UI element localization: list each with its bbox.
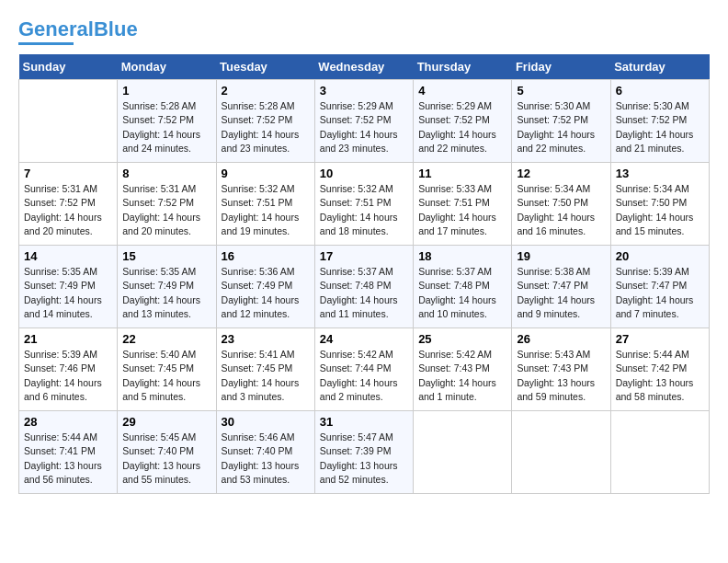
day-info: Sunrise: 5:28 AMSunset: 7:52 PMDaylight:… [222, 99, 310, 155]
calendar-cell [610, 411, 709, 494]
day-info: Sunrise: 5:30 AMSunset: 7:52 PMDaylight:… [616, 99, 704, 155]
day-number: 25 [418, 332, 506, 346]
day-number: 27 [616, 332, 704, 346]
day-info: Sunrise: 5:40 AMSunset: 7:45 PMDaylight:… [122, 348, 210, 404]
calendar-week-row: 28Sunrise: 5:44 AMSunset: 7:41 PMDayligh… [19, 411, 710, 494]
day-info: Sunrise: 5:29 AMSunset: 7:52 PMDaylight:… [320, 99, 408, 155]
calendar-cell [512, 411, 610, 494]
calendar-cell: 15Sunrise: 5:35 AMSunset: 7:49 PMDayligh… [118, 246, 216, 328]
day-info: Sunrise: 5:41 AMSunset: 7:45 PMDaylight:… [222, 348, 310, 404]
logo: GeneralBlue [18, 18, 138, 45]
day-number: 6 [616, 84, 704, 98]
day-info: Sunrise: 5:31 AMSunset: 7:52 PMDaylight:… [122, 182, 210, 238]
calendar-cell: 8Sunrise: 5:31 AMSunset: 7:52 PMDaylight… [118, 163, 216, 246]
calendar-cell: 1Sunrise: 5:28 AMSunset: 7:52 PMDaylight… [118, 80, 216, 163]
day-info: Sunrise: 5:43 AMSunset: 7:43 PMDaylight:… [517, 348, 605, 404]
calendar-cell [19, 80, 118, 163]
day-info: Sunrise: 5:35 AMSunset: 7:49 PMDaylight:… [24, 265, 112, 321]
day-info: Sunrise: 5:46 AMSunset: 7:40 PMDaylight:… [222, 431, 310, 487]
day-number: 16 [222, 249, 310, 263]
day-info: Sunrise: 5:37 AMSunset: 7:48 PMDaylight:… [418, 265, 506, 321]
day-info: Sunrise: 5:30 AMSunset: 7:52 PMDaylight:… [517, 99, 605, 155]
calendar-cell: 16Sunrise: 5:36 AMSunset: 7:49 PMDayligh… [216, 246, 314, 328]
day-number: 7 [24, 167, 112, 180]
day-number: 31 [320, 415, 408, 429]
calendar-cell: 26Sunrise: 5:43 AMSunset: 7:43 PMDayligh… [512, 328, 610, 411]
day-info: Sunrise: 5:36 AMSunset: 7:49 PMDaylight:… [222, 265, 310, 321]
day-info: Sunrise: 5:28 AMSunset: 7:52 PMDaylight:… [122, 99, 210, 155]
logo-general: General [18, 17, 94, 40]
day-info: Sunrise: 5:44 AMSunset: 7:41 PMDaylight:… [24, 431, 112, 487]
day-info: Sunrise: 5:34 AMSunset: 7:50 PMDaylight:… [517, 182, 605, 238]
day-number: 3 [320, 84, 408, 98]
calendar-cell: 11Sunrise: 5:33 AMSunset: 7:51 PMDayligh… [414, 163, 512, 246]
day-number: 29 [122, 415, 210, 429]
day-info: Sunrise: 5:44 AMSunset: 7:42 PMDaylight:… [616, 348, 704, 404]
day-number: 4 [418, 84, 506, 98]
day-info: Sunrise: 5:38 AMSunset: 7:47 PMDaylight:… [517, 265, 605, 321]
calendar-cell: 18Sunrise: 5:37 AMSunset: 7:48 PMDayligh… [414, 246, 512, 328]
day-info: Sunrise: 5:32 AMSunset: 7:51 PMDaylight:… [222, 182, 310, 238]
calendar-cell: 7Sunrise: 5:31 AMSunset: 7:52 PMDaylight… [19, 163, 118, 246]
calendar-cell: 21Sunrise: 5:39 AMSunset: 7:46 PMDayligh… [19, 328, 118, 411]
day-number: 12 [517, 167, 605, 180]
header: GeneralBlue [18, 18, 710, 45]
calendar-cell: 14Sunrise: 5:35 AMSunset: 7:49 PMDayligh… [19, 246, 118, 328]
calendar-week-row: 7Sunrise: 5:31 AMSunset: 7:52 PMDaylight… [19, 163, 710, 246]
calendar-cell: 27Sunrise: 5:44 AMSunset: 7:42 PMDayligh… [610, 328, 709, 411]
calendar-cell: 9Sunrise: 5:32 AMSunset: 7:51 PMDaylight… [216, 163, 314, 246]
calendar-week-row: 14Sunrise: 5:35 AMSunset: 7:49 PMDayligh… [19, 246, 710, 328]
day-number: 22 [122, 332, 210, 346]
calendar-cell: 25Sunrise: 5:42 AMSunset: 7:43 PMDayligh… [414, 328, 512, 411]
day-number: 13 [616, 167, 704, 180]
calendar-cell: 22Sunrise: 5:40 AMSunset: 7:45 PMDayligh… [118, 328, 216, 411]
calendar-cell: 23Sunrise: 5:41 AMSunset: 7:45 PMDayligh… [216, 328, 314, 411]
day-info: Sunrise: 5:33 AMSunset: 7:51 PMDaylight:… [418, 182, 506, 238]
col-header-sunday: Sunday [19, 54, 118, 80]
day-number: 15 [122, 249, 210, 263]
day-number: 30 [222, 415, 310, 429]
day-number: 23 [222, 332, 310, 346]
day-number: 8 [122, 167, 210, 180]
day-number: 24 [320, 332, 408, 346]
day-number: 14 [24, 249, 112, 263]
calendar-cell: 12Sunrise: 5:34 AMSunset: 7:50 PMDayligh… [512, 163, 610, 246]
calendar-table: SundayMondayTuesdayWednesdayThursdayFrid… [18, 54, 710, 494]
day-number: 2 [222, 84, 310, 98]
day-info: Sunrise: 5:42 AMSunset: 7:43 PMDaylight:… [418, 348, 506, 404]
day-info: Sunrise: 5:39 AMSunset: 7:47 PMDaylight:… [616, 265, 704, 321]
calendar-cell: 13Sunrise: 5:34 AMSunset: 7:50 PMDayligh… [610, 163, 709, 246]
calendar-week-row: 1Sunrise: 5:28 AMSunset: 7:52 PMDaylight… [19, 80, 710, 163]
day-number: 1 [122, 84, 210, 98]
calendar-header-row: SundayMondayTuesdayWednesdayThursdayFrid… [19, 54, 710, 80]
calendar-cell: 20Sunrise: 5:39 AMSunset: 7:47 PMDayligh… [610, 246, 709, 328]
day-number: 10 [320, 167, 408, 180]
logo-text: GeneralBlue [18, 18, 138, 40]
calendar-cell: 4Sunrise: 5:29 AMSunset: 7:52 PMDaylight… [414, 80, 512, 163]
calendar-cell: 6Sunrise: 5:30 AMSunset: 7:52 PMDaylight… [610, 80, 709, 163]
calendar-cell: 30Sunrise: 5:46 AMSunset: 7:40 PMDayligh… [216, 411, 314, 494]
day-number: 26 [517, 332, 605, 346]
day-number: 5 [517, 84, 605, 98]
day-info: Sunrise: 5:35 AMSunset: 7:49 PMDaylight:… [122, 265, 210, 321]
day-info: Sunrise: 5:39 AMSunset: 7:46 PMDaylight:… [24, 348, 112, 404]
day-info: Sunrise: 5:37 AMSunset: 7:48 PMDaylight:… [320, 265, 408, 321]
day-number: 19 [517, 249, 605, 263]
day-info: Sunrise: 5:45 AMSunset: 7:40 PMDaylight:… [122, 431, 210, 487]
day-number: 18 [418, 249, 506, 263]
day-number: 28 [24, 415, 112, 429]
day-info: Sunrise: 5:31 AMSunset: 7:52 PMDaylight:… [24, 182, 112, 238]
calendar-cell: 24Sunrise: 5:42 AMSunset: 7:44 PMDayligh… [314, 328, 413, 411]
calendar-cell: 29Sunrise: 5:45 AMSunset: 7:40 PMDayligh… [118, 411, 216, 494]
col-header-wednesday: Wednesday [314, 54, 413, 80]
day-number: 9 [222, 167, 310, 180]
calendar-cell: 17Sunrise: 5:37 AMSunset: 7:48 PMDayligh… [314, 246, 413, 328]
calendar-cell: 5Sunrise: 5:30 AMSunset: 7:52 PMDaylight… [512, 80, 610, 163]
calendar-cell: 28Sunrise: 5:44 AMSunset: 7:41 PMDayligh… [19, 411, 118, 494]
col-header-tuesday: Tuesday [216, 54, 314, 80]
calendar-cell: 10Sunrise: 5:32 AMSunset: 7:51 PMDayligh… [314, 163, 413, 246]
calendar-week-row: 21Sunrise: 5:39 AMSunset: 7:46 PMDayligh… [19, 328, 710, 411]
day-info: Sunrise: 5:47 AMSunset: 7:39 PMDaylight:… [320, 431, 408, 487]
day-info: Sunrise: 5:29 AMSunset: 7:52 PMDaylight:… [418, 99, 506, 155]
day-info: Sunrise: 5:34 AMSunset: 7:50 PMDaylight:… [616, 182, 704, 238]
